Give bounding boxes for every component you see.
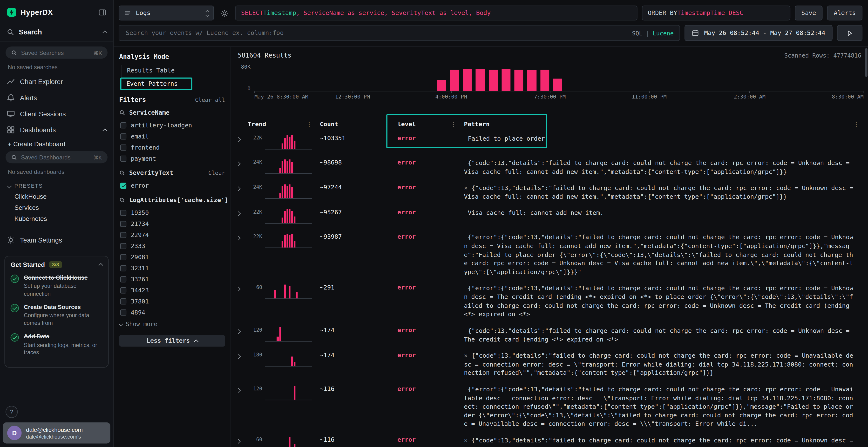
pattern-row[interactable]: 22K ~103351 error Failed to place order bbox=[235, 131, 863, 155]
sql-select-input[interactable]: SELECT Timestamp, ServiceName as service… bbox=[235, 5, 637, 21]
filter-cache-34423[interactable]: 34423 bbox=[119, 285, 225, 296]
search-icon[interactable] bbox=[119, 170, 125, 176]
checkbox[interactable] bbox=[120, 298, 126, 304]
filter-cache-33261[interactable]: 33261 bbox=[119, 274, 225, 285]
column-menu-icon[interactable]: ⋮ bbox=[854, 121, 859, 127]
expand-row-icon[interactable] bbox=[235, 284, 244, 293]
sidebar-item-alerts[interactable]: Alerts bbox=[0, 90, 113, 106]
search-icon[interactable] bbox=[119, 110, 125, 115]
pattern-row[interactable]: 120 ~174 error {"code":13,"details":"fai… bbox=[235, 323, 863, 348]
sidebar-item-client-sessions[interactable]: Client Sessions bbox=[0, 106, 113, 122]
column-menu-icon[interactable]: ⋮ bbox=[384, 121, 390, 127]
analysis-option-results-table[interactable]: Results Table bbox=[121, 65, 225, 76]
sidebar-item-chart-explorer[interactable]: Chart Explorer bbox=[0, 74, 113, 90]
user-menu[interactable]: D dale@clickhouse.com dale@clickhouse.co… bbox=[3, 422, 110, 443]
checkbox[interactable] bbox=[120, 156, 126, 161]
checkbox[interactable] bbox=[120, 209, 126, 215]
presets-header[interactable]: PRESETS bbox=[0, 178, 113, 191]
less-filters-button[interactable]: Less filters bbox=[119, 335, 225, 347]
alerts-button[interactable]: Alerts bbox=[827, 5, 863, 21]
get-started-header[interactable]: Get Started 3/3 bbox=[10, 261, 103, 268]
create-dashboard-button[interactable]: + Create Dashboard bbox=[0, 138, 113, 150]
expand-row-icon[interactable] bbox=[235, 326, 244, 335]
filter-cache-4894[interactable]: 4894 bbox=[119, 307, 225, 318]
exclude-x-icon[interactable]: × bbox=[464, 184, 467, 192]
column-header-trend[interactable]: Trend⋮ bbox=[245, 121, 317, 128]
help-button[interactable]: ? bbox=[5, 406, 18, 418]
column-header-count[interactable]: Count⋮ bbox=[317, 121, 394, 128]
chevron-up-icon[interactable] bbox=[102, 31, 107, 35]
column-header-pattern[interactable]: Pattern⋮ bbox=[461, 121, 863, 128]
get-started-item-connect[interactable]: Connect to ClickHouse Set up your databa… bbox=[10, 274, 103, 298]
expand-row-icon[interactable] bbox=[235, 437, 244, 445]
lucene-mode-label[interactable]: Lucene bbox=[653, 30, 674, 36]
chevron-up-icon[interactable] bbox=[102, 128, 107, 133]
query-language-toggle[interactable]: SQL | Lucene bbox=[632, 25, 674, 41]
histogram-plot[interactable] bbox=[254, 64, 863, 91]
pattern-row[interactable]: 120 ~116 error {"error":{"code":13,"deta… bbox=[235, 381, 863, 433]
filter-frontend[interactable]: frontend bbox=[119, 142, 225, 153]
expand-row-icon[interactable] bbox=[235, 159, 244, 167]
checkbox[interactable] bbox=[120, 254, 126, 260]
expand-row-icon[interactable] bbox=[235, 209, 244, 217]
column-menu-icon[interactable]: ⋮ bbox=[306, 121, 312, 127]
pattern-row[interactable]: 60 ~116 error ×{"code":13,"details":"fai… bbox=[235, 432, 863, 447]
column-header-level[interactable]: level⋮ bbox=[394, 121, 461, 128]
filter-cache-22974[interactable]: 22974 bbox=[119, 229, 225, 240]
expand-row-icon[interactable] bbox=[235, 385, 244, 393]
expand-row-icon[interactable] bbox=[235, 184, 244, 192]
chevron-up-icon[interactable] bbox=[99, 263, 103, 268]
source-select[interactable]: Logs bbox=[119, 5, 214, 21]
pattern-row[interactable]: 24K ~98698 error {"code":13,"details":"f… bbox=[235, 155, 863, 180]
checkbox[interactable] bbox=[120, 276, 126, 282]
get-started-item-sources[interactable]: Create Data Sources Configure where your… bbox=[10, 303, 103, 327]
save-button[interactable]: Save bbox=[795, 5, 823, 21]
checkbox[interactable] bbox=[120, 287, 126, 293]
filter-cache-21734[interactable]: 21734 bbox=[119, 218, 225, 229]
sidebar-item-search[interactable]: Search bbox=[0, 24, 113, 40]
search-icon[interactable] bbox=[119, 197, 125, 203]
query-settings-gear-icon[interactable] bbox=[218, 5, 231, 21]
pattern-row[interactable]: 180 ~174 error ×{"code":13,"details":"fa… bbox=[235, 348, 863, 381]
expand-row-icon[interactable] bbox=[235, 233, 244, 242]
filter-cache-29081[interactable]: 29081 bbox=[119, 251, 225, 263]
analysis-option-event-patterns[interactable]: Event Patterns bbox=[120, 77, 192, 90]
sidebar-item-team-settings[interactable]: Team Settings bbox=[0, 232, 113, 248]
checkbox[interactable] bbox=[120, 232, 126, 238]
saved-searches-input[interactable]: Saved Searches ⌘K bbox=[5, 46, 107, 59]
checkbox[interactable] bbox=[120, 144, 126, 150]
order-by-input[interactable]: ORDER BY TimestampTime DESC bbox=[642, 5, 790, 21]
clear-all-link[interactable]: Clear all bbox=[195, 97, 225, 103]
pattern-row[interactable]: 22K ~93987 error {"error":{"code":13,"de… bbox=[235, 230, 863, 281]
preset-services[interactable]: Services bbox=[0, 202, 113, 213]
sidebar-item-dashboards[interactable]: Dashboards bbox=[0, 122, 113, 138]
exclude-x-icon[interactable]: × bbox=[464, 437, 467, 444]
checkbox[interactable] bbox=[120, 243, 126, 249]
filter-cache-32311[interactable]: 32311 bbox=[119, 263, 225, 274]
saved-dashboards-input[interactable]: Saved Dashboards ⌘K bbox=[5, 151, 107, 164]
expand-row-icon[interactable] bbox=[235, 135, 244, 143]
pattern-row[interactable]: 24K ~97244 error ×{"code":13,"details":"… bbox=[235, 180, 863, 205]
preset-kubernetes[interactable]: Kubernetes bbox=[0, 213, 113, 224]
filter-email[interactable]: email bbox=[119, 131, 225, 142]
sql-mode-label[interactable]: SQL bbox=[632, 30, 643, 36]
search-input[interactable] bbox=[119, 25, 680, 41]
run-query-button[interactable] bbox=[837, 25, 863, 41]
checkbox-checked[interactable] bbox=[120, 182, 126, 188]
column-menu-icon[interactable]: ⋮ bbox=[451, 121, 456, 127]
scrollbar-thumb[interactable] bbox=[865, 48, 868, 77]
preset-clickhouse[interactable]: ClickHouse bbox=[0, 191, 113, 202]
filter-cache-37801[interactable]: 37801 bbox=[119, 296, 225, 307]
pattern-row[interactable]: 22K ~95267 error Visa cache full: cannot… bbox=[235, 205, 863, 230]
expand-row-icon[interactable] bbox=[235, 352, 244, 360]
checkbox[interactable] bbox=[120, 265, 126, 271]
get-started-item-add-data[interactable]: Add Data Start sending logs, metrics, or… bbox=[10, 332, 103, 356]
filter-error[interactable]: error bbox=[119, 180, 225, 191]
checkbox[interactable] bbox=[120, 133, 126, 139]
exclude-x-icon[interactable]: × bbox=[464, 352, 467, 359]
filter-cache-2333[interactable]: 2333 bbox=[119, 240, 225, 251]
checkbox[interactable] bbox=[120, 122, 126, 128]
pattern-row[interactable]: 60 ~291 error {"error":{"code":13,"detai… bbox=[235, 280, 863, 323]
filter-artillery-loadgen[interactable]: artillery-loadgen bbox=[119, 120, 225, 131]
date-range-picker[interactable]: May 26 08:52:44 - May 27 08:52:44 bbox=[685, 25, 833, 41]
